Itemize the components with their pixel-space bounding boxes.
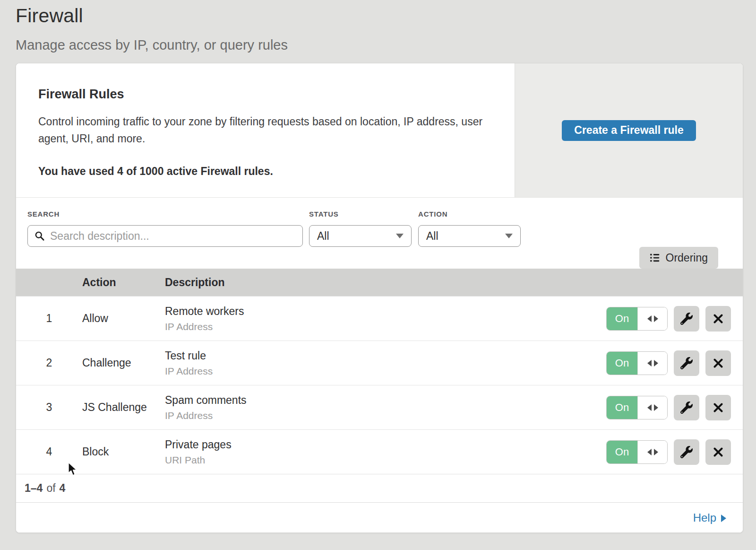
wrench-icon	[680, 446, 693, 458]
edit-rule-button[interactable]	[674, 395, 699, 420]
rule-controls: On	[606, 439, 743, 465]
edit-rule-button[interactable]	[674, 350, 699, 376]
edit-rule-button[interactable]	[674, 439, 699, 465]
arrow-right-icon	[654, 315, 658, 322]
arrow-right-icon	[654, 449, 658, 455]
search-box	[27, 225, 303, 247]
rule-action: Block	[82, 445, 165, 458]
status-label: STATUS	[309, 210, 412, 218]
rules-description-card: Firewall Rules Control incoming traffic …	[16, 63, 515, 197]
pagination-total: 4	[60, 482, 66, 495]
search-label: SEARCH	[27, 210, 303, 218]
ordering-button[interactable]: Ordering	[639, 247, 718, 269]
page-title: Firewall	[16, 5, 756, 27]
rule-field: IP Address	[165, 321, 606, 332]
pagination-range: 1–4	[25, 482, 43, 495]
rule-priority: 1	[16, 312, 82, 325]
arrow-left-icon	[647, 315, 652, 322]
usage-summary: You have used 4 of 1000 active Firewall …	[38, 165, 496, 178]
toggle-on-label: On	[607, 396, 637, 419]
rule-action: JS Challenge	[82, 401, 165, 414]
x-icon	[713, 446, 724, 458]
rule-enabled-toggle[interactable]: On	[606, 396, 668, 419]
toggle-on-label: On	[607, 352, 637, 375]
firewall-page: Firewall Manage access by IP, country, o…	[0, 0, 756, 533]
rule-field: IP Address	[165, 366, 606, 377]
table-row: 4 Block Private pages URI Path On	[16, 429, 743, 474]
action-column-header: Action	[82, 276, 165, 289]
delete-rule-button[interactable]	[705, 350, 731, 376]
search-filter-group: SEARCH	[27, 210, 303, 247]
table-row: 3 JS Challenge Spam comments IP Address …	[16, 385, 743, 429]
chevron-down-icon	[396, 234, 404, 238]
rule-enabled-toggle[interactable]: On	[606, 307, 668, 331]
arrow-left-icon	[647, 449, 652, 455]
rule-action: Challenge	[82, 357, 165, 369]
rule-enabled-toggle[interactable]: On	[606, 351, 668, 375]
table-row: 1 Allow Remote workers IP Address On	[16, 296, 743, 340]
toggle-handle[interactable]	[637, 307, 667, 330]
rule-priority: 3	[16, 401, 82, 414]
delete-rule-button[interactable]	[705, 395, 731, 420]
rule-priority: 2	[16, 357, 82, 369]
mouse-cursor	[67, 462, 79, 477]
action-label: ACTION	[418, 210, 521, 218]
triangle-right-icon	[721, 515, 726, 522]
toggle-on-label: On	[607, 307, 637, 330]
page-header: Firewall Manage access by IP, country, o…	[0, 0, 756, 63]
table-row: 2 Challenge Test rule IP Address On	[16, 340, 743, 385]
arrow-right-icon	[654, 360, 658, 367]
rule-description: Test rule	[165, 349, 606, 362]
wrench-icon	[680, 402, 693, 414]
action-dropdown[interactable]: All	[418, 225, 521, 247]
create-firewall-rule-button[interactable]: Create a Firewall rule	[562, 120, 696, 141]
chevron-down-icon	[505, 234, 513, 238]
status-dropdown[interactable]: All	[309, 225, 412, 247]
rule-field: URI Path	[165, 454, 606, 466]
toggle-handle[interactable]	[637, 396, 667, 419]
delete-rule-button[interactable]	[705, 439, 731, 465]
help-link[interactable]: Help	[693, 511, 726, 524]
table-header: Action Description	[16, 269, 743, 296]
help-label: Help	[693, 511, 716, 524]
toggle-on-label: On	[607, 441, 637, 463]
rule-enabled-toggle[interactable]: On	[606, 440, 668, 464]
search-input[interactable]	[50, 230, 296, 243]
status-selected-value: All	[317, 230, 329, 243]
card-heading: Firewall Rules	[38, 87, 496, 102]
ordering-button-label: Ordering	[666, 252, 708, 264]
status-filter-group: STATUS All	[309, 210, 412, 247]
card-description: Control incoming traffic to your zone by…	[38, 113, 485, 147]
filter-bar: SEARCH STATUS All ACTION	[16, 198, 743, 269]
page-subtitle: Manage access by IP, country, or query r…	[16, 37, 756, 53]
pagination-of: of	[46, 482, 55, 495]
rules-intro-section: Firewall Rules Control incoming traffic …	[16, 63, 743, 198]
wrench-icon	[680, 313, 693, 325]
arrow-left-icon	[647, 404, 652, 411]
description-column-header: Description	[165, 276, 743, 289]
panel-footer: Help	[16, 502, 743, 533]
rule-controls: On	[606, 350, 743, 376]
rule-controls: On	[606, 306, 743, 332]
rule-controls: On	[606, 395, 743, 420]
create-rule-panel: Create a Firewall rule	[515, 63, 743, 197]
rule-field: IP Address	[165, 410, 606, 421]
rule-priority: 4	[16, 445, 82, 458]
x-icon	[713, 358, 724, 369]
rule-description: Private pages	[165, 438, 606, 451]
firewall-rules-panel: Firewall Rules Control incoming traffic …	[16, 63, 743, 533]
toggle-handle[interactable]	[637, 352, 667, 375]
action-selected-value: All	[426, 230, 438, 243]
toggle-handle[interactable]	[637, 441, 667, 463]
search-icon	[34, 231, 45, 241]
action-filter-group: ACTION All	[418, 210, 521, 247]
edit-rule-button[interactable]	[674, 306, 699, 332]
arrow-right-icon	[654, 404, 658, 411]
rules-table: Action Description 1 Allow Remote worker…	[16, 269, 743, 474]
ordering-icon	[650, 253, 660, 263]
x-icon	[713, 402, 724, 413]
arrow-left-icon	[647, 360, 652, 367]
delete-rule-button[interactable]	[705, 306, 731, 332]
x-icon	[713, 313, 724, 324]
pagination: 1–4 of 4	[16, 474, 743, 502]
